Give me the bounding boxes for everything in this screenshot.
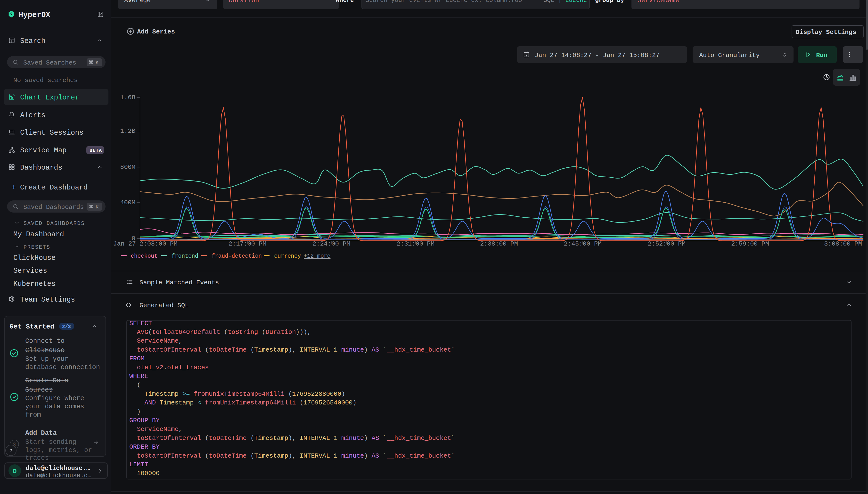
svg-text:Jan 27 2:08:00 PM: Jan 27 2:08:00 PM	[113, 240, 177, 247]
svg-text:2:31:00 PM: 2:31:00 PM	[397, 240, 435, 247]
svg-text:1.2B: 1.2B	[120, 127, 135, 135]
svg-text:1.6B: 1.6B	[120, 94, 135, 101]
svg-text:2:24:00 PM: 2:24:00 PM	[312, 240, 350, 247]
svg-text:2:38:00 PM: 2:38:00 PM	[480, 240, 518, 247]
svg-text:2:59:00 PM: 2:59:00 PM	[731, 240, 769, 247]
svg-text:2:45:00 PM: 2:45:00 PM	[564, 240, 602, 247]
svg-text:400M: 400M	[120, 199, 135, 206]
svg-text:2:52:00 PM: 2:52:00 PM	[648, 240, 686, 247]
svg-text:800M: 800M	[120, 164, 135, 171]
svg-text:3:08:00 PM: 3:08:00 PM	[824, 240, 862, 247]
svg-text:2:17:00 PM: 2:17:00 PM	[229, 240, 266, 247]
